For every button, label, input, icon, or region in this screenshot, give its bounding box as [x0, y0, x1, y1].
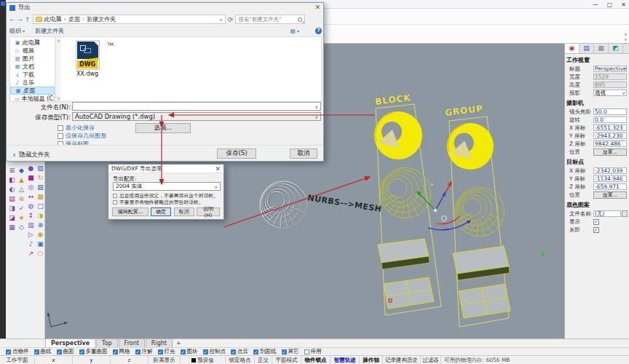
tool-icon[interactable]: ◨: [7, 204, 17, 213]
tool-icon[interactable]: ▦: [7, 223, 17, 232]
view-mode-button[interactable]: ▦▾: [290, 28, 299, 34]
tool-icon[interactable]: ◇: [17, 223, 26, 232]
toggle-planar[interactable]: 平面模式: [272, 356, 301, 364]
units-cell[interactable]: 距离显示: [149, 356, 181, 364]
tool-icon[interactable]: ⊕: [17, 194, 26, 204]
maximize-button[interactable]: ▢: [607, 1, 613, 8]
checkbox-icon[interactable]: ✓: [6, 349, 11, 355]
close-icon[interactable]: ✕: [314, 4, 320, 11]
target-y-field[interactable]: -1134.946: [593, 175, 627, 182]
camera-place-button[interactable]: 放置...: [593, 149, 627, 156]
viewport-tab-right[interactable]: Right: [146, 339, 173, 347]
viewport-tab-top[interactable]: Top: [96, 339, 118, 347]
breadcrumb-desktop[interactable]: 桌面: [68, 15, 80, 23]
always-use-settings-checkbox[interactable]: 总是使用这些设定，不要再弹出这个对话框。: [113, 194, 218, 199]
search-input[interactable]: 搜索"新建文件夹": [235, 15, 305, 24]
back-button[interactable]: ←: [9, 16, 15, 23]
browse-button[interactable]: [622, 210, 628, 217]
wallpaper-filename-field[interactable]: (无): [593, 210, 621, 217]
toggle-filter[interactable]: 过滤器: [421, 356, 441, 364]
target-x-field[interactable]: -2342.039: [593, 167, 627, 174]
target-z-field[interactable]: -659.971: [593, 183, 627, 190]
sidebar-item-downloads[interactable]: ↓下载: [10, 71, 55, 79]
block-wire-shell[interactable]: [380, 167, 430, 218]
filter-others[interactable]: ✓其它: [282, 348, 299, 355]
dwg-dialog-titlebar[interactable]: DWG/DXF 导出选项 ✕: [108, 165, 223, 173]
tool-icon[interactable]: ⊞: [7, 166, 17, 175]
tool-icon[interactable]: ◧: [7, 175, 17, 185]
filename-input[interactable]: ∨: [72, 102, 321, 111]
sidebar-item-desktop[interactable]: ▦桌面: [10, 87, 55, 95]
cplane-cell[interactable]: 工作平面: [0, 356, 35, 364]
sidebar-item-music[interactable]: ♪音乐: [10, 79, 55, 87]
tab-layers[interactable]: ▤: [579, 44, 594, 53]
tool-icon[interactable]: ▣: [36, 240, 45, 249]
refresh-icon[interactable]: ⟳: [228, 16, 234, 23]
toggle-osnap[interactable]: 物件锁点: [301, 356, 331, 364]
tool-icon[interactable]: △: [17, 185, 26, 194]
tool-icon[interactable]: ○: [36, 249, 45, 258]
tool-icon[interactable]: ♪: [26, 240, 36, 249]
target-place-button[interactable]: 放置...: [593, 191, 627, 199]
tool-icon[interactable]: ↻: [36, 173, 45, 183]
layer-cell[interactable]: 预设值: [181, 356, 226, 364]
tool-icon[interactable]: ↗: [26, 249, 36, 258]
viewport-tab-front[interactable]: Front: [119, 339, 145, 347]
rotation-field[interactable]: 0.0: [593, 116, 627, 123]
tool-icon[interactable]: ▨: [36, 164, 45, 173]
checkbox-icon[interactable]: ✓: [113, 349, 118, 355]
filter-disable[interactable]: 停用: [304, 348, 322, 355]
sidebar-item-pictures[interactable]: ▨图片: [10, 55, 55, 63]
group-panel[interactable]: [459, 284, 510, 318]
file-item[interactable]: DWG TM XX.dwg: [67, 40, 108, 77]
ok-button[interactable]: 确定: [151, 207, 171, 216]
scroll-up-icon[interactable]: ∧: [57, 38, 60, 43]
tool-icon[interactable]: ▤: [7, 194, 17, 204]
tab-display[interactable]: ▦: [594, 44, 609, 53]
lens-field[interactable]: 50.0: [593, 108, 627, 115]
edit-scheme-button[interactable]: 编辑配置...: [112, 207, 149, 216]
tool-icon[interactable]: ▥: [26, 221, 36, 230]
wallpaper-gray-checkbox[interactable]: ✓: [593, 227, 599, 233]
filter-hatches[interactable]: ✓剖面线: [253, 348, 277, 355]
camera-z-field[interactable]: 9842.486: [593, 141, 627, 147]
toggle-gumball[interactable]: 操作轴: [360, 356, 383, 364]
tool-icon[interactable]: ↔: [26, 192, 36, 202]
tool-icon[interactable]: ●: [26, 164, 36, 173]
tool-icon[interactable]: ▷: [26, 230, 36, 240]
checkbox-icon[interactable]: [58, 125, 63, 131]
close-icon[interactable]: ✕: [215, 165, 221, 173]
filter-surfaces[interactable]: ✓曲面: [57, 348, 74, 355]
minimize-button[interactable]: —: [593, 1, 598, 8]
new-folder-button[interactable]: 新建文件夹: [35, 27, 64, 35]
dwg-cancel-button[interactable]: 取消: [174, 207, 194, 216]
filter-points[interactable]: ✓点物件: [6, 348, 29, 355]
savetype-select[interactable]: AutoCAD Drawing (*.dwg) ∨: [72, 112, 321, 121]
checkbox-icon[interactable]: [304, 349, 309, 355]
filter-control-points[interactable]: ✓控制点: [203, 348, 226, 355]
forward-button[interactable]: →: [17, 16, 23, 23]
checkbox-icon[interactable]: ✓: [57, 349, 62, 355]
camera-y-field[interactable]: -2943.230: [593, 132, 627, 139]
tool-icon[interactable]: ◪: [7, 213, 17, 223]
group-slab[interactable]: [453, 246, 510, 280]
filter-blocks[interactable]: ✓图块: [181, 348, 198, 355]
projection-select[interactable]: 透视∨: [593, 90, 627, 96]
export-dialog-titlebar[interactable]: 导出 ✕: [7, 3, 323, 12]
tool-icon[interactable]: ▩: [36, 192, 45, 202]
checkbox-icon[interactable]: [58, 133, 63, 139]
dwg-help-button[interactable]: 说明(H): [197, 207, 220, 216]
group-wire-shell[interactable]: [455, 187, 504, 236]
up-button[interactable]: ↑: [25, 16, 31, 23]
tab-properties[interactable]: ◉: [565, 44, 579, 53]
tool-icon[interactable]: ◆: [17, 166, 26, 175]
breadcrumb[interactable]: 此电脑 › 桌面 › 新建文件夹 ∨: [33, 15, 226, 24]
options-button[interactable]: 选项...: [135, 123, 191, 133]
toggle-smarttrack[interactable]: 智慧轨迹: [331, 356, 360, 364]
tool-icon[interactable]: ■: [26, 173, 36, 183]
tool-icon[interactable]: ✓: [17, 204, 26, 213]
tool-icon[interactable]: ◑: [36, 211, 45, 221]
filter-annotations[interactable]: ✓注解: [135, 348, 153, 355]
file-list[interactable]: DWG TM XX.dwg: [61, 37, 321, 101]
scheme-select[interactable]: 2004 实体 ∨: [113, 182, 221, 191]
